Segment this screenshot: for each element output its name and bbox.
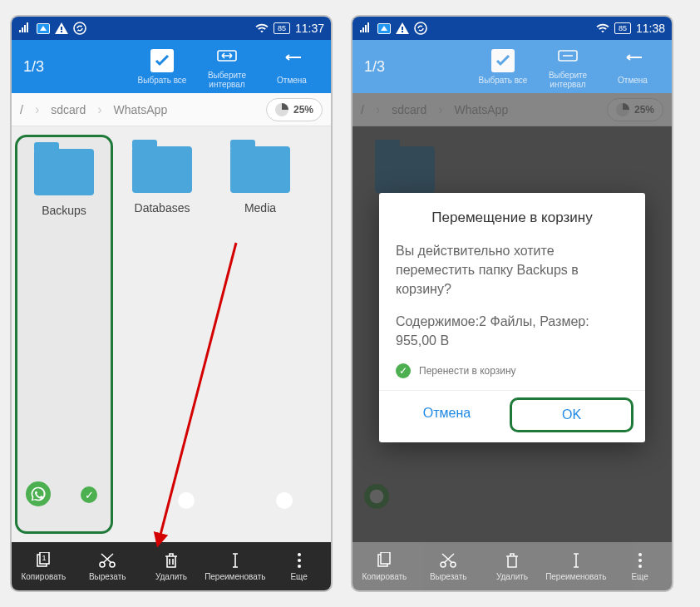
file-grid: Backups Databases Media [12,126,331,542]
copy-button[interactable]: 1 Копировать [12,542,76,590]
breadcrumb-segment[interactable]: WhatsApp [114,103,168,116]
checkbox-checked-icon [491,49,515,72]
storage-indicator[interactable]: 25% [266,98,323,121]
select-range-button[interactable]: Выберите интервал [195,44,259,89]
breadcrumb-root[interactable]: / [20,103,23,116]
chevron-right-icon: › [97,102,101,117]
checkbox-checked-icon [150,49,174,72]
dialog-details: Содержимое:2 Файлы, Размер: 955,00 B [396,312,629,350]
status-bar: 85 11:37 [12,17,331,40]
folder-databases[interactable]: Databases [113,135,211,534]
selection-toolbar: 1/3 Выбрать все Выберите интервал Отмена [12,40,331,93]
dialog-checkbox-row[interactable]: ✓ Перенести в корзину [396,363,629,378]
svg-rect-15 [381,552,390,564]
copy-icon: 1 [34,551,52,570]
copy-icon [375,551,393,570]
text-cursor-icon [567,551,585,570]
signal-icon [359,22,372,35]
status-bar: 85 11:38 [352,17,672,40]
battery-indicator: 85 [614,22,631,34]
range-icon [556,44,579,67]
svg-point-9 [298,559,301,562]
range-icon [215,44,239,67]
undo-icon [621,49,644,72]
selection-counter: 1/3 [364,58,385,76]
cancel-button[interactable]: Отмена [259,44,324,89]
phone-left: 85 11:37 1/3 Выбрать все Выберите интерв… [10,15,333,592]
warning-icon [55,22,68,35]
sync-icon [73,22,86,35]
svg-point-18 [638,553,642,556]
app-badge-icon [37,23,50,34]
phone-right: 85 11:38 1/3 Выбрать все Выберите интерв… [351,15,673,592]
dialog-cancel-button[interactable]: Отмена [387,396,506,431]
folder-label: Databases [135,201,190,215]
selection-dot [276,492,293,509]
wifi-icon [255,22,269,35]
dialog-actions: Отмена OK [379,390,645,434]
signal-icon [18,22,32,35]
svg-text:1: 1 [42,554,47,562]
dialog-message: Вы действительно хотите переместить папк… [396,241,629,299]
pie-icon [275,103,288,116]
svg-point-11 [415,22,426,34]
bottom-action-bar: 1 Копировать Вырезать Удалить Переименов… [12,542,331,590]
more-button: Еще [608,542,672,590]
selection-counter: 1/3 [23,58,44,76]
more-vertical-icon [631,551,649,570]
scissors-icon [98,551,116,570]
delete-button: Удалить [481,542,545,590]
dialog-ok-button[interactable]: OK [510,397,633,432]
delete-button[interactable]: Удалить [140,542,204,590]
copy-button: Копировать [352,542,417,590]
cancel-button: Отмена [600,44,665,89]
trash-icon [503,551,521,570]
app-badge-icon [377,23,391,34]
select-all-button[interactable]: Выбрать все [130,44,195,89]
folder-icon [230,146,290,193]
selection-dot [178,492,195,509]
folder-label: Backups [42,204,86,217]
checkbox-checked-icon: ✓ [396,363,411,378]
modal-overlay: Перемещение в корзину Вы действительно х… [352,93,672,542]
scissors-icon [439,551,457,570]
folder-icon [34,149,94,195]
folder-media[interactable]: Media [211,135,309,534]
breadcrumb-segment[interactable]: sdcard [51,103,86,116]
more-vertical-icon [290,551,308,570]
svg-point-20 [638,565,642,568]
cut-button: Вырезать [417,542,481,590]
folder-label: Media [244,201,276,215]
dialog-title: Перемещение в корзину [396,210,629,226]
chevron-right-icon: › [35,102,39,117]
rename-button[interactable]: Переименовать [203,542,267,590]
undo-icon [280,49,303,72]
trash-icon [162,551,180,570]
sync-icon [414,22,427,35]
select-all-button: Выбрать все [471,44,535,89]
confirm-dialog: Перемещение в корзину Вы действительно х… [379,193,645,443]
folder-icon [132,146,192,193]
selection-toolbar: 1/3 Выбрать все Выберите интервал Отмена [352,40,672,93]
rename-button: Переименовать [544,542,608,590]
wifi-icon [596,22,609,35]
text-cursor-icon [226,551,244,570]
clock: 11:37 [295,22,324,35]
svg-point-10 [298,565,301,568]
svg-point-8 [298,553,301,556]
more-button[interactable]: Еще [267,542,331,590]
clock: 11:38 [636,22,665,35]
folder-backups[interactable]: Backups [15,135,113,534]
whatsapp-icon [26,481,51,506]
bottom-action-bar: Копировать Вырезать Удалить Переименоват… [352,542,672,590]
battery-indicator: 85 [274,22,290,34]
warning-icon [396,22,409,35]
svg-point-19 [638,559,642,562]
svg-point-0 [74,22,86,34]
breadcrumb: / › sdcard › WhatsApp 25% [12,93,331,126]
cut-button[interactable]: Вырезать [76,542,140,590]
select-range-button: Выберите интервал [535,44,600,89]
selection-check-icon [81,486,97,503]
